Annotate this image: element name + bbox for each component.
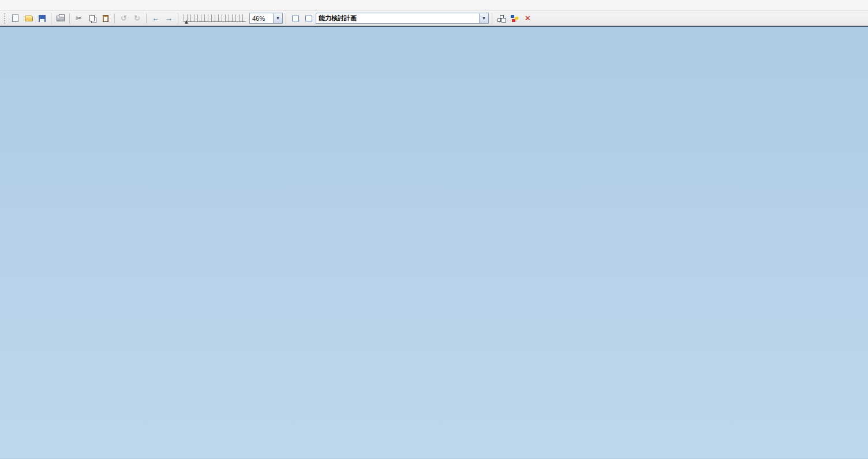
org-chart-icon [497, 15, 506, 22]
forward-button[interactable]: → [163, 13, 175, 24]
copy-icon [89, 15, 95, 21]
toolbar-separator [51, 13, 51, 24]
toolbar-separator [69, 13, 70, 24]
project-value: 能力検討計画 [316, 14, 479, 23]
toolbar-separator [178, 13, 178, 24]
toolbar-separator [286, 13, 286, 24]
redo-button[interactable]: ↻ [131, 13, 143, 24]
copy-button[interactable] [86, 13, 98, 24]
forward-arrow-icon: → [165, 14, 173, 22]
import-icon [292, 16, 299, 21]
zoom-dropdown-arrow[interactable]: ▼ [273, 13, 282, 23]
print-button[interactable] [54, 13, 66, 24]
toolbar-separator [146, 13, 147, 24]
project-combobox[interactable]: 能力検討計画▼ [316, 13, 489, 24]
undo-button[interactable]: ↺ [118, 13, 130, 24]
open-folder-icon [25, 16, 33, 21]
redo-icon: ↻ [134, 14, 140, 22]
back-arrow-icon: ← [152, 14, 159, 22]
undo-icon: ↺ [121, 14, 127, 22]
new-file-button[interactable] [9, 13, 21, 24]
main-toolbar: ✂ ↺ ↻ ← → 46%▼ 能力検討計画▼ ✕ [0, 11, 868, 26]
delete-x-icon: ✕ [525, 14, 531, 22]
export-icon [305, 16, 312, 21]
back-button[interactable]: ← [149, 13, 162, 24]
save-icon [39, 15, 46, 22]
cut-icon: ✂ [76, 14, 82, 22]
print-icon [57, 16, 65, 21]
time-scale-slider[interactable] [184, 14, 246, 22]
project-dropdown-arrow[interactable]: ▼ [479, 13, 488, 23]
zoom-combobox[interactable]: 46%▼ [249, 13, 283, 24]
import-data-button[interactable] [289, 13, 301, 24]
save-button[interactable] [36, 13, 48, 24]
flow-view-button[interactable] [495, 13, 507, 24]
paste-icon [103, 15, 108, 22]
open-file-button[interactable] [23, 13, 35, 24]
toolbar-separator [492, 13, 492, 24]
new-file-icon [12, 14, 18, 22]
app: ✂ ↺ ↻ ← → 46%▼ 能力検討計画▼ ✕ [0, 0, 868, 458]
paste-button[interactable] [99, 13, 111, 24]
menu-bar [0, 0, 868, 11]
mdi-desktop [0, 26, 868, 458]
color-squares-icon [511, 15, 518, 21]
toolbar-separator [114, 13, 115, 24]
toolbar-grip[interactable] [4, 13, 6, 24]
delete-button[interactable]: ✕ [522, 13, 534, 24]
color-settings-button[interactable] [508, 13, 521, 24]
zoom-value: 46% [250, 15, 273, 22]
export-data-button[interactable] [302, 13, 315, 24]
cut-button[interactable]: ✂ [73, 13, 85, 24]
